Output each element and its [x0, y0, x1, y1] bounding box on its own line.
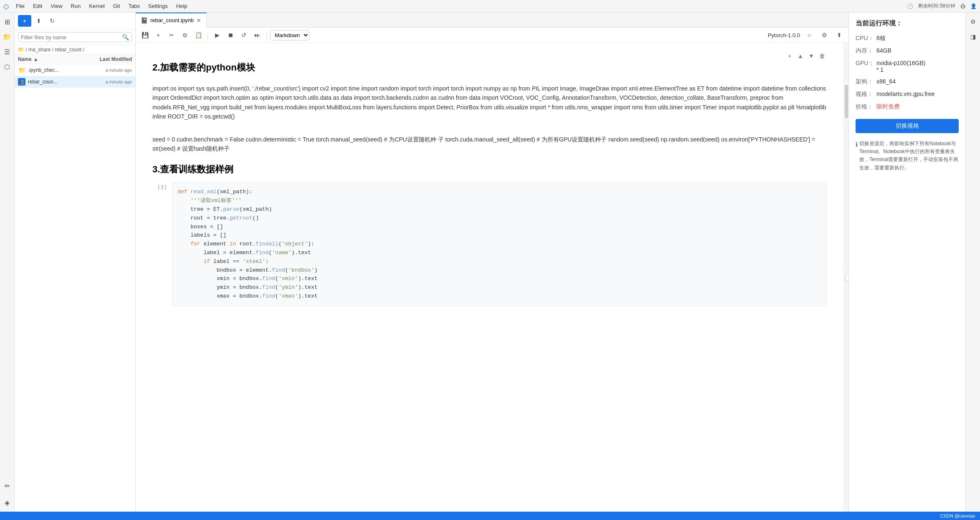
cell-down-btn[interactable]: ▼	[807, 51, 816, 61]
sidebar-plugin-btn[interactable]: ⬡	[1, 61, 13, 73]
file-name-1: rebar_coun...	[28, 79, 86, 85]
mem-row: 内存： 64GB	[856, 47, 959, 55]
cpu-label: CPU：	[856, 35, 876, 42]
share-icon[interactable]: ⬆	[833, 29, 845, 41]
notebook-toolbar: 💾 + ✂ ⧉ 📋 ▶ ⏹ ↺ ⏭ Markdown Code Raw Pyto…	[136, 28, 848, 43]
cell-type-select[interactable]: Markdown Code Raw	[270, 30, 309, 40]
stop-button[interactable]: ⏹	[225, 29, 236, 41]
switch-spec-button[interactable]: 切换规格	[856, 119, 959, 133]
search-toolbar: 🔍	[15, 30, 135, 45]
scrollbar-thumb[interactable]	[845, 85, 848, 118]
mem-value: 64GB	[876, 47, 959, 54]
code-block-3[interactable]: def read_xml(xml_path): '''读取xml标签''' tr…	[172, 182, 827, 306]
menubar: ◇ File Edit View Run Kernel Git Tabs Set…	[0, 0, 980, 13]
selected-indicator: 📓	[18, 78, 25, 86]
add-cell-button[interactable]: +	[152, 29, 164, 41]
breadcrumb-path: / ma_share / rebar_count /	[25, 47, 84, 53]
cpu-row: CPU： 8核	[856, 35, 959, 42]
app-logo: ◇	[3, 2, 9, 11]
right-panel-title: 当前运行环境：	[856, 19, 959, 28]
col-name-header[interactable]: Name ▲	[18, 56, 86, 62]
notebook-content: + ▲ ▼ 🗑 2.加载需要的python模块 import os import…	[136, 43, 843, 512]
menubar-right: 🕐 剩余时间:58分钟 ⏻ 👤	[907, 3, 977, 10]
col-name-label: Name	[18, 56, 32, 62]
right-icon-2[interactable]: ◨	[967, 31, 979, 43]
file-item-1[interactable]: 📓 rebar_coun... a minute ago	[15, 76, 135, 88]
gpu-label: GPU：	[856, 60, 876, 67]
file-modified-1: a minute ago	[86, 79, 132, 84]
restart-button[interactable]: ↺	[238, 29, 250, 41]
toolbar-sep-1	[208, 31, 208, 39]
breadcrumb: 📁 / ma_share / rebar_count /	[15, 45, 135, 55]
settings-icon[interactable]: ⚙	[818, 29, 830, 41]
menu-tabs[interactable]: Tabs	[125, 2, 143, 10]
toolbar-sep-2	[266, 31, 267, 39]
notebook-tab-close[interactable]: ✕	[196, 17, 201, 24]
file-folder-icon: 📁	[18, 66, 25, 74]
spec-value: modelarts.vm.gpu.free	[876, 91, 959, 97]
status-bar: CSDN @caoxiap	[0, 512, 980, 520]
price-row: 价格： 限时免费	[856, 103, 959, 111]
search-input[interactable]	[21, 34, 122, 40]
cut-button[interactable]: ✂	[166, 29, 177, 41]
mem-label: 内存：	[856, 47, 876, 55]
run-button[interactable]: ▶	[211, 29, 223, 41]
file-item-0[interactable]: 📁 .ipynb_chec... a minute ago	[15, 64, 135, 76]
timer-icon: 🕐	[907, 3, 913, 9]
menu-help[interactable]: Help	[173, 2, 191, 10]
menu-run[interactable]: Run	[67, 2, 84, 10]
file-name-0: .ipynb_chec...	[28, 67, 86, 73]
folder-icon-small: 📁	[18, 47, 24, 53]
notebook-tab-label: rebar_count.ipynb	[150, 17, 194, 23]
refresh-button[interactable]: ↻	[46, 15, 58, 27]
upload-button[interactable]: ⬆	[33, 15, 45, 27]
new-file-button[interactable]: +	[18, 15, 31, 27]
cell-heading-3-content: 3.查看训练数据样例	[152, 163, 827, 176]
power-icon[interactable]: ⏻	[960, 3, 965, 9]
copy-button[interactable]: ⧉	[179, 29, 191, 41]
save-button[interactable]: 💾	[139, 29, 151, 41]
user-icon[interactable]: 👤	[970, 3, 977, 9]
menu-edit[interactable]: Edit	[30, 2, 46, 10]
file-toolbar: + ⬆ ↻	[15, 13, 135, 30]
price-label: 价格：	[856, 103, 876, 111]
toolbar-right: Pytorch-1.0.0 ○ ⚙ ⬆	[768, 29, 845, 41]
right-icon-bar: ⚙ ◨	[965, 13, 980, 512]
switch-note: ℹ 切换资源后，将影响实例下所有Notebook与Terminal。Notebo…	[856, 140, 959, 172]
right-icon-1[interactable]: ⚙	[967, 16, 979, 28]
menu-git[interactable]: Git	[110, 2, 124, 10]
cell-up-btn[interactable]: ▲	[796, 51, 805, 61]
file-panel: + ⬆ ↻ 🔍 📁 / ma_share / rebar_count / Nam…	[15, 13, 136, 512]
sidebar-brush-btn[interactable]: ✏	[1, 480, 13, 492]
cell-markdown-2: seed = 0 cudnn.benchmark = False cudnn.d…	[152, 131, 827, 157]
env-label: Pytorch-1.0.0	[768, 32, 800, 38]
left-icon-sidebar: ⊞ 📁 ☰ ⬡ ✏ ◈	[0, 13, 15, 512]
menu-settings[interactable]: Settings	[145, 2, 171, 10]
menu-view[interactable]: View	[47, 2, 66, 10]
sidebar-home-btn[interactable]: ⊞	[1, 16, 13, 28]
notebook-tab[interactable]: 📓 rebar_count.ipynb ✕	[136, 13, 207, 28]
menu-kernel[interactable]: Kernel	[86, 2, 108, 10]
cell-heading-content: 2.加载需要的python模块	[152, 61, 827, 74]
cell-add-btn[interactable]: +	[785, 51, 794, 61]
cell-code-3: [3] def read_xml(xml_path): '''读取xml标签''…	[152, 182, 827, 306]
kernel-status-icon[interactable]: ○	[803, 29, 815, 41]
arch-label: 架构：	[856, 78, 876, 86]
fast-forward-button[interactable]: ⏭	[251, 29, 263, 41]
note-text: 切换资源后，将影响实例下所有Notebook与Terminal。Notebook…	[859, 140, 959, 172]
markdown-content-1: import os import sys sys.path.insert(0, …	[152, 81, 827, 125]
markdown-content-2: seed = 0 cudnn.benchmark = False cudnn.d…	[152, 131, 827, 157]
search-icon: 🔍	[122, 34, 129, 40]
cell-number-3: [3]	[152, 182, 167, 306]
cell-delete-btn[interactable]: 🗑	[818, 51, 827, 61]
cpu-value: 8核	[876, 35, 959, 42]
paste-button[interactable]: 📋	[192, 29, 204, 41]
spec-row: 规格： modelarts.vm.gpu.free	[856, 91, 959, 98]
sidebar-list-btn[interactable]: ☰	[1, 46, 13, 58]
sidebar-folder-btn[interactable]: 📁	[1, 31, 13, 43]
sort-icon: ▲	[33, 56, 38, 62]
file-list: 📁 .ipynb_chec... a minute ago 📓 rebar_co…	[15, 64, 135, 512]
timer-label: 剩余时间:58分钟	[918, 3, 955, 10]
menu-file[interactable]: File	[13, 2, 28, 10]
sidebar-settings-btn[interactable]: ◈	[1, 497, 13, 508]
